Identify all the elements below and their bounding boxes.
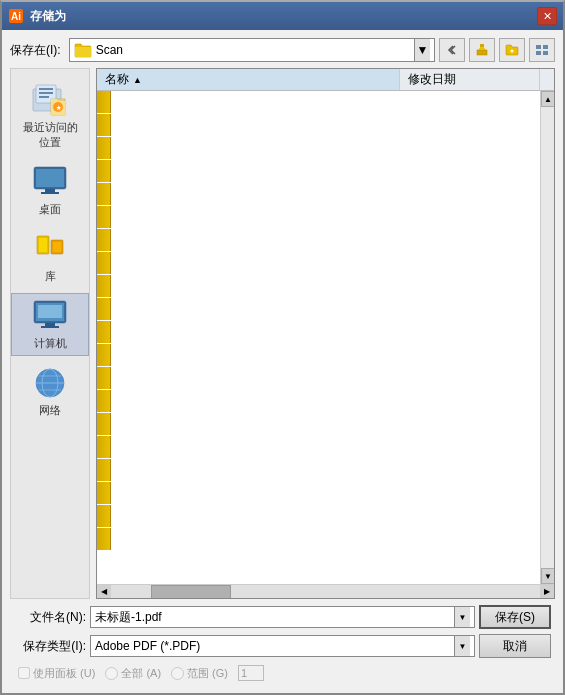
hscroll-left-btn[interactable]: ◀	[97, 585, 111, 599]
view-btn[interactable]	[529, 38, 555, 62]
folder-strip	[97, 91, 111, 584]
filetype-dropdown-btn[interactable]: ▼	[454, 636, 470, 656]
save-as-dialog: Ai 存储为 ✕ 保存在(I): Scan ▼	[0, 0, 565, 695]
filename-dropdown-btn[interactable]: ▼	[454, 607, 470, 627]
svg-rect-6	[536, 45, 541, 49]
svg-rect-8	[536, 51, 541, 55]
folder-tab-7	[97, 229, 111, 251]
sort-arrow: ▲	[133, 75, 142, 85]
filetype-combo[interactable]: Adobe PDF (*.PDF) ▼	[90, 635, 475, 657]
filename-label: 文件名(N):	[14, 609, 86, 626]
filename-row: 文件名(N): 未标题-1.pdf ▼ 保存(S)	[14, 605, 551, 629]
use-panel-check[interactable]	[18, 667, 30, 679]
use-panel-checkbox[interactable]: 使用面板 (U)	[18, 666, 95, 681]
svg-rect-2	[477, 50, 487, 55]
sidebar-item-desktop-label: 桌面	[39, 202, 61, 217]
scrollbar-track	[541, 107, 554, 568]
svg-rect-3	[480, 44, 484, 47]
scrollbar-up-btn[interactable]: ▲	[541, 91, 554, 107]
folder-tab-12	[97, 344, 111, 366]
library-icon	[30, 231, 70, 267]
new-folder-btn[interactable]	[499, 38, 525, 62]
sidebar-item-recent-label: 最近访问的位置	[18, 120, 82, 150]
title-bar-text: 存储为	[30, 8, 537, 25]
folder-tab-1	[97, 91, 111, 113]
close-button[interactable]: ✕	[537, 7, 557, 25]
location-dropdown-btn[interactable]: ▼	[414, 39, 430, 61]
sidebar-item-network[interactable]: 网络	[11, 360, 89, 423]
desktop-icon	[30, 164, 70, 200]
all-radio-input[interactable]	[105, 667, 118, 680]
hscroll-thumb[interactable]	[151, 585, 231, 599]
svg-rect-24	[53, 242, 61, 252]
range-radio[interactable]: 范围 (G)	[171, 666, 228, 681]
svg-rect-18	[36, 169, 64, 187]
filetype-value: Adobe PDF (*.PDF)	[95, 639, 454, 653]
sidebar-item-desktop[interactable]: 桌面	[11, 159, 89, 222]
title-bar: Ai 存储为 ✕	[2, 2, 563, 30]
filetype-row: 保存类型(I): Adobe PDF (*.PDF) ▼ 取消	[14, 634, 551, 658]
file-list-header: 名称 ▲ 修改日期	[97, 69, 554, 91]
folder-tab-14	[97, 390, 111, 412]
folder-tab-19	[97, 505, 111, 527]
bottom-section: 文件名(N): 未标题-1.pdf ▼ 保存(S) 保存类型(I): Adobe…	[10, 599, 555, 685]
sidebar-item-network-label: 网络	[39, 403, 61, 418]
svg-rect-22	[39, 238, 47, 252]
filename-input-area: 未标题-1.pdf ▼ 保存(S)	[90, 605, 551, 629]
sidebar-item-library[interactable]: 库	[11, 226, 89, 289]
back-btn[interactable]	[439, 38, 465, 62]
svg-rect-28	[45, 323, 55, 326]
location-text: Scan	[96, 43, 410, 57]
location-folder-icon	[74, 42, 92, 58]
filename-combo[interactable]: 未标题-1.pdf ▼	[90, 606, 475, 628]
folder-tab-4	[97, 160, 111, 182]
file-list-content[interactable]	[111, 91, 540, 584]
range-radio-input[interactable]	[171, 667, 184, 680]
filetype-label: 保存类型(I):	[14, 638, 86, 655]
svg-rect-20	[41, 192, 59, 194]
svg-rect-13	[39, 92, 53, 94]
sidebar-item-recent[interactable]: ★ 最近访问的位置	[11, 77, 89, 155]
folder-tab-20	[97, 528, 111, 550]
col-name-header[interactable]: 名称 ▲	[97, 69, 400, 90]
network-icon	[30, 365, 70, 401]
sidebar-item-library-label: 库	[45, 269, 56, 284]
all-radio[interactable]: 全部 (A)	[105, 666, 161, 681]
save-button[interactable]: 保存(S)	[479, 605, 551, 629]
location-combo[interactable]: Scan ▼	[69, 38, 435, 62]
computer-icon	[30, 298, 70, 334]
svg-rect-14	[39, 96, 49, 98]
folder-tab-3	[97, 137, 111, 159]
recent-icon: ★	[30, 82, 70, 118]
folder-tab-16	[97, 436, 111, 458]
up-btn[interactable]	[469, 38, 495, 62]
svg-rect-9	[543, 51, 548, 55]
hscroll-right-btn[interactable]: ▶	[540, 585, 554, 599]
sidebar-item-computer[interactable]: 计算机	[11, 293, 89, 356]
save-in-label: 保存在(I):	[10, 42, 61, 59]
col-date-header[interactable]: 修改日期	[400, 69, 540, 90]
cancel-button[interactable]: 取消	[479, 634, 551, 658]
svg-rect-7	[543, 45, 548, 49]
toolbar-row: 保存在(I): Scan ▼	[10, 38, 555, 62]
svg-rect-29	[41, 326, 59, 328]
folder-tab-11	[97, 321, 111, 343]
folder-tab-9	[97, 275, 111, 297]
folder-tab-17	[97, 459, 111, 481]
scrollbar-down-btn[interactable]: ▼	[541, 568, 554, 584]
sidebar-item-computer-label: 计算机	[34, 336, 67, 351]
folder-tab-8	[97, 252, 111, 274]
range-value-input[interactable]	[238, 665, 264, 681]
folder-tab-10	[97, 298, 111, 320]
dialog-content: 保存在(I): Scan ▼	[2, 30, 563, 693]
folder-tab-15	[97, 413, 111, 435]
folder-tab-2	[97, 114, 111, 136]
file-list-area: 名称 ▲ 修改日期	[96, 68, 555, 599]
file-list-scroll-area: ▲ ▼	[97, 91, 554, 584]
sidebar: ★ 最近访问的位置 桌面	[10, 68, 90, 599]
svg-rect-12	[39, 88, 53, 90]
svg-rect-27	[38, 305, 62, 318]
vertical-scrollbar[interactable]: ▲ ▼	[540, 91, 554, 584]
hscroll-track	[111, 585, 540, 599]
app-icon: Ai	[8, 8, 24, 24]
